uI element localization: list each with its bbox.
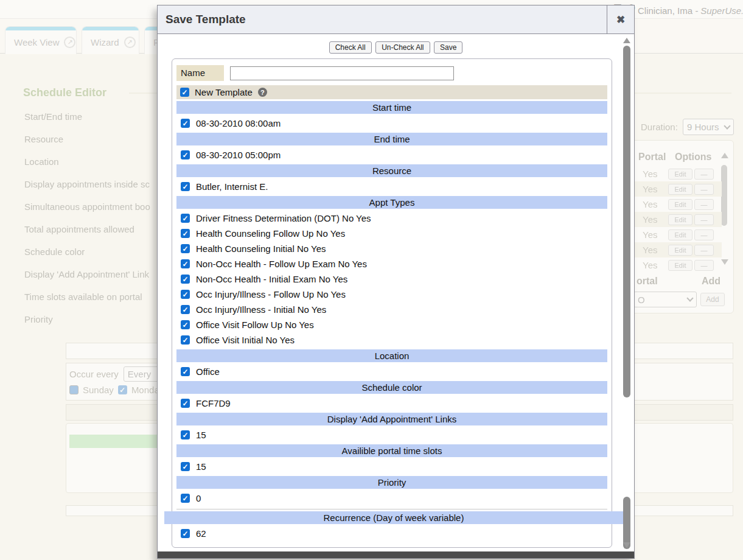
new-template-checkbox[interactable] bbox=[180, 88, 189, 97]
chevron-down-icon bbox=[686, 295, 693, 301]
item-checkbox[interactable] bbox=[181, 119, 190, 128]
portal-add-header: ortal bbox=[637, 276, 658, 287]
item-checkbox[interactable] bbox=[181, 244, 190, 253]
add-appt-select[interactable]: O bbox=[633, 292, 697, 307]
open-in-new-icon[interactable]: ↗ bbox=[124, 37, 136, 48]
template-option-item[interactable]: 08-30-2010 08:00am bbox=[176, 116, 607, 131]
page: ▣ ◎ Clinician, Ima - SuperUse. Week View… bbox=[0, 0, 743, 560]
template-option-item[interactable]: Occ Injury/Illness - Follow Up No Yes bbox=[176, 287, 607, 302]
scrollbar-thumb[interactable] bbox=[721, 165, 727, 226]
item-label: 15 bbox=[196, 430, 206, 440]
edit-button[interactable]: Edit bbox=[668, 184, 692, 195]
template-option-item[interactable]: Office Visit Initial No Yes bbox=[176, 332, 607, 348]
edit-button[interactable]: Edit bbox=[668, 260, 692, 271]
template-name-input[interactable] bbox=[230, 66, 454, 80]
scroll-up-icon[interactable] bbox=[623, 38, 630, 43]
template-option-item[interactable]: FCF7D9 bbox=[176, 396, 607, 411]
dash-button[interactable]: — bbox=[694, 229, 714, 240]
item-label: Office Visit Initial No Yes bbox=[196, 335, 295, 345]
section-header-bar: Appt Types bbox=[176, 196, 607, 209]
scrollbar-thumb-inner[interactable] bbox=[623, 497, 630, 549]
appt-option-row: YesEdit— bbox=[632, 166, 722, 181]
template-option-item[interactable]: Driver Fitness Determination (DOT) No Ye… bbox=[176, 211, 607, 226]
appt-options-rows: YesEdit—YesEdit—YesEdit—YesEdit—YesEdit—… bbox=[632, 166, 722, 273]
weekday-label: Sunday bbox=[83, 385, 114, 395]
section-separator bbox=[176, 509, 607, 509]
new-template-row[interactable]: New Template ? bbox=[176, 85, 607, 99]
item-label: 15 bbox=[196, 461, 206, 472]
edit-button[interactable]: Edit bbox=[668, 229, 692, 240]
template-option-item[interactable]: Health Counseling Follow Up No Yes bbox=[176, 226, 607, 241]
edit-button[interactable]: Edit bbox=[668, 214, 692, 225]
scrollbar-thumb[interactable] bbox=[623, 46, 630, 397]
item-checkbox[interactable] bbox=[181, 367, 190, 376]
dash-button[interactable]: — bbox=[694, 169, 714, 180]
edit-button[interactable]: Edit bbox=[668, 245, 692, 256]
template-option-item[interactable]: Occ Injury/Illness - Initial No Yes bbox=[176, 302, 607, 317]
uncheck-all-button[interactable]: Un-Check All bbox=[375, 41, 430, 54]
section-header-bar: Priority bbox=[176, 476, 607, 489]
appt-option-row: YesEdit— bbox=[632, 181, 722, 197]
scroll-up-icon[interactable] bbox=[721, 153, 728, 158]
add-button[interactable]: Add bbox=[700, 293, 725, 306]
help-icon[interactable]: ? bbox=[258, 88, 267, 97]
template-option-item[interactable]: 0 bbox=[176, 491, 607, 506]
occur-every-value: Every bbox=[128, 369, 151, 379]
modal-header: Save Template ✖ bbox=[158, 5, 634, 34]
template-option-item[interactable]: 62 bbox=[176, 526, 607, 541]
template-option-item[interactable]: 08-30-2010 05:00pm bbox=[176, 147, 607, 163]
dash-button[interactable]: — bbox=[694, 245, 714, 256]
template-sections: Start time08-30-2010 08:00amEnd time08-3… bbox=[176, 101, 607, 506]
save-template-modal: Save Template ✖ Check All Un-Check All S… bbox=[157, 5, 635, 559]
dash-button[interactable]: — bbox=[694, 214, 714, 225]
item-checkbox[interactable] bbox=[181, 290, 190, 299]
item-checkbox[interactable] bbox=[181, 494, 190, 503]
check-all-button[interactable]: Check All bbox=[329, 41, 372, 54]
item-checkbox[interactable] bbox=[181, 320, 190, 329]
dash-button[interactable]: — bbox=[694, 184, 714, 195]
item-checkbox[interactable] bbox=[181, 399, 190, 408]
edit-button[interactable]: Edit bbox=[668, 199, 692, 210]
open-in-new-icon[interactable]: ↗ bbox=[64, 37, 75, 48]
tab-cap bbox=[82, 27, 139, 30]
item-checkbox[interactable] bbox=[181, 305, 190, 314]
section-header-bar: Schedule color bbox=[176, 381, 607, 394]
item-checkbox[interactable] bbox=[181, 275, 190, 284]
item-checkbox[interactable] bbox=[181, 229, 190, 238]
template-option-item[interactable]: Office Visit Follow Up No Yes bbox=[176, 317, 607, 332]
scroll-down-icon[interactable] bbox=[721, 259, 728, 265]
edit-button[interactable]: Edit bbox=[668, 169, 692, 180]
template-option-item[interactable]: Non-Occ Health - Follow Up Exam No Yes bbox=[176, 256, 607, 271]
template-option-item[interactable]: 15 bbox=[176, 427, 607, 443]
dash-button[interactable]: — bbox=[694, 260, 714, 271]
template-option-item[interactable]: Health Counseling Initial No Yes bbox=[176, 241, 607, 256]
dash-button[interactable]: — bbox=[694, 199, 714, 210]
item-checkbox[interactable] bbox=[181, 182, 190, 191]
weekday-checkbox[interactable] bbox=[118, 385, 127, 394]
scroll-down-icon[interactable] bbox=[623, 542, 630, 548]
item-checkbox[interactable] bbox=[181, 430, 190, 439]
close-icon[interactable]: ✖ bbox=[607, 5, 634, 33]
weekday-checkbox[interactable] bbox=[69, 385, 78, 394]
item-checkbox[interactable] bbox=[181, 529, 190, 538]
duration-select[interactable]: 9 Hours bbox=[683, 119, 734, 135]
template-option-item[interactable]: Office bbox=[176, 364, 607, 379]
item-label: Butler, Internist E. bbox=[196, 181, 268, 192]
duration-label: Duration: bbox=[641, 122, 678, 132]
item-checkbox[interactable] bbox=[181, 150, 190, 159]
recurrence-section: Recurrence (Day of week variable)62 bbox=[176, 511, 607, 541]
tab-label: Week View bbox=[14, 37, 59, 47]
template-option-item[interactable]: Butler, Internist E. bbox=[176, 179, 607, 194]
item-checkbox[interactable] bbox=[181, 462, 190, 471]
item-checkbox[interactable] bbox=[181, 259, 190, 268]
template-option-item[interactable]: Non-Occ Health - Initial Exam No Yes bbox=[176, 271, 607, 287]
tab-week-view[interactable]: Week View ↗ bbox=[5, 26, 77, 54]
modal-scrollbar[interactable] bbox=[622, 36, 632, 550]
template-option-item[interactable]: 15 bbox=[176, 459, 607, 474]
item-checkbox[interactable] bbox=[181, 335, 190, 345]
item-checkbox[interactable] bbox=[181, 214, 190, 223]
modal-title: Save Template bbox=[158, 5, 607, 33]
save-button-top[interactable]: Save bbox=[434, 41, 462, 54]
tab-wizard[interactable]: Wizard ↗ bbox=[82, 26, 139, 54]
appt-options-panel: Portal Options YesEdit—YesEdit—YesEdit—Y… bbox=[630, 140, 734, 313]
